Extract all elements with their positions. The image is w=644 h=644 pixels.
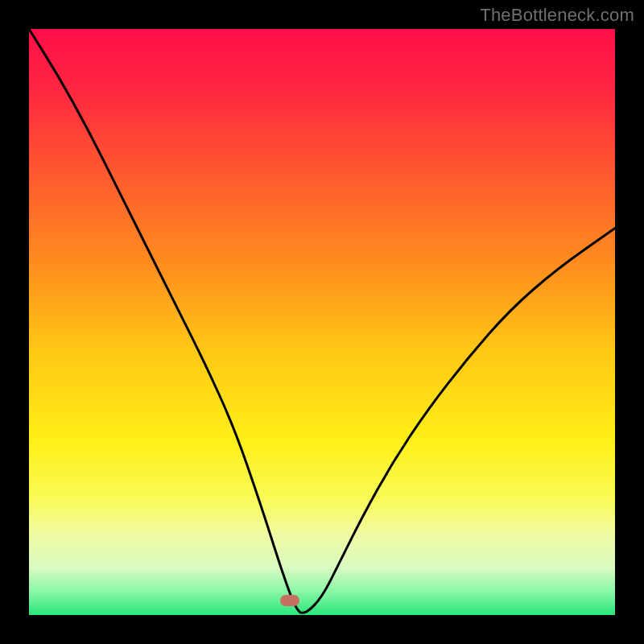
watermark-text: TheBottleneck.com xyxy=(480,5,634,26)
plot-area xyxy=(29,29,615,615)
optimum-marker xyxy=(280,595,299,606)
chart-frame: TheBottleneck.com xyxy=(0,0,644,644)
bottleneck-curve xyxy=(29,29,615,615)
